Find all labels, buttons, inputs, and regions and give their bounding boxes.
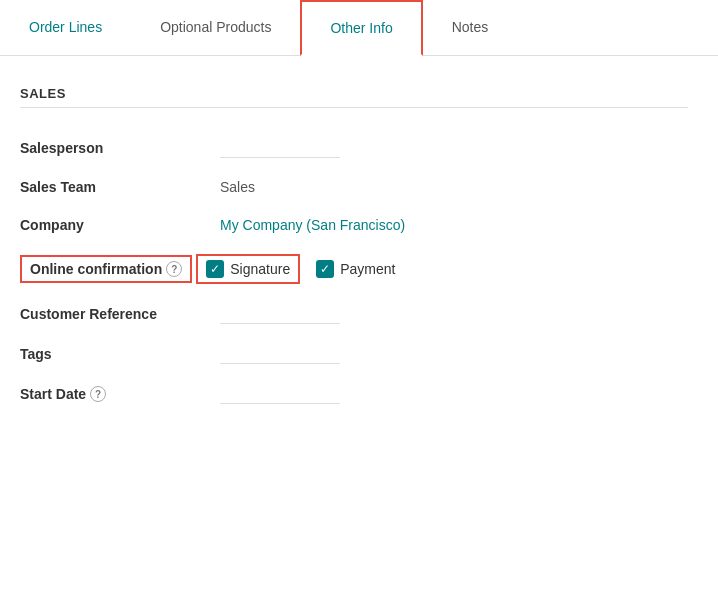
value-company[interactable]: My Company (San Francisco) [220,217,405,233]
tab-optional-products[interactable]: Optional Products [131,0,300,56]
online-confirmation-label-box: Online confirmation ? [20,255,192,283]
field-salesperson: Salesperson [20,128,688,168]
label-sales-team: Sales Team [20,179,220,195]
label-start-date: Start Date ? [20,386,220,402]
payment-label: Payment [340,261,395,277]
field-start-date: Start Date ? [20,374,688,414]
signature-checkbox[interactable]: ✓ [206,260,224,278]
value-customer-reference[interactable] [220,304,340,324]
start-date-help-icon[interactable]: ? [90,386,106,402]
value-salesperson[interactable] [220,138,340,158]
label-customer-reference: Customer Reference [20,306,220,322]
label-company: Company [20,217,220,233]
label-tags: Tags [20,346,220,362]
section-title-sales: SALES [20,86,688,101]
value-start-date[interactable] [220,384,340,404]
customer-reference-input[interactable] [220,304,340,324]
field-online-confirmation: Online confirmation ? ✓ Signature ✓ Paym… [20,244,688,294]
tab-bar: Order Lines Optional Products Other Info… [0,0,718,56]
section-divider [20,107,688,108]
signature-label: Signature [230,261,290,277]
salesperson-input[interactable] [220,138,340,158]
online-confirmation-help-icon[interactable]: ? [166,261,182,277]
tags-input[interactable] [220,344,340,364]
label-salesperson: Salesperson [20,140,220,156]
payment-checkbox[interactable]: ✓ [316,260,334,278]
payment-option: ✓ Payment [316,260,395,278]
field-company: Company My Company (San Francisco) [20,206,688,244]
start-date-input[interactable] [220,384,340,404]
signature-option-box: ✓ Signature [196,254,300,284]
field-tags: Tags [20,334,688,374]
field-sales-team: Sales Team Sales [20,168,688,206]
value-tags[interactable] [220,344,340,364]
tab-notes[interactable]: Notes [423,0,518,56]
tab-order-lines[interactable]: Order Lines [0,0,131,56]
confirmation-options: ✓ Signature ✓ Payment [196,254,395,284]
tab-other-info[interactable]: Other Info [300,0,422,56]
content-area: SALES Salesperson Sales Team Sales Compa… [0,56,718,444]
value-sales-team: Sales [220,179,255,195]
field-customer-reference: Customer Reference [20,294,688,334]
label-online-confirmation: Online confirmation [30,261,162,277]
